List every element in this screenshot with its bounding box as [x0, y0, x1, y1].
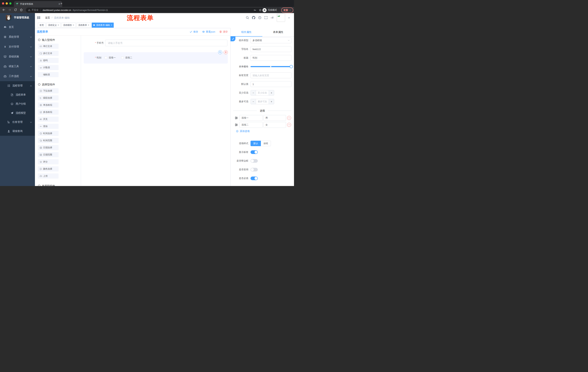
min-select-stepper[interactable]: − 至少应选 +: [251, 90, 274, 96]
save-button[interactable]: 保存: [189, 30, 198, 33]
font-size-icon[interactable]: TT: [271, 16, 274, 19]
new-tab-button[interactable]: +: [60, 2, 63, 6]
option2-value-input[interactable]: [263, 122, 286, 128]
password-key-icon[interactable]: [254, 9, 256, 11]
palette-item-password[interactable]: 密码: [38, 58, 59, 63]
sidebar-item-infra[interactable]: 基础设施: [0, 52, 35, 62]
phone-field-input[interactable]: [105, 40, 227, 46]
grid-slider[interactable]: [251, 66, 292, 67]
palette-item-multi-text[interactable]: 多行文本: [38, 51, 59, 56]
option1-label-input[interactable]: [239, 115, 263, 121]
fullscreen-icon[interactable]: [264, 16, 268, 19]
tag-close-icon[interactable]: ×: [88, 24, 89, 26]
max-select-stepper[interactable]: − 最多可选 +: [251, 99, 274, 104]
breadcrumb-home[interactable]: 首页: [45, 16, 50, 20]
palette-item-date[interactable]: 日期选择: [38, 145, 59, 150]
show-label-toggle[interactable]: [251, 150, 258, 154]
option2-label-input[interactable]: [239, 122, 263, 128]
sidebar-item-workflow[interactable]: 工作流程: [0, 71, 35, 81]
component-type-value[interactable]: [251, 37, 292, 43]
palette-item-slider[interactable]: 滑块: [38, 124, 59, 129]
style-button-button[interactable]: 按钮: [261, 141, 271, 146]
view-json-button[interactable]: 查看json: [202, 30, 215, 33]
slider-handle[interactable]: [290, 65, 293, 68]
sidebar-fold-icon[interactable]: [37, 16, 41, 20]
palette-item-time[interactable]: 时间选择: [38, 131, 59, 136]
style-default-button[interactable]: 默认: [251, 141, 261, 146]
stepper-plus-icon[interactable]: +: [269, 90, 274, 95]
chrome-menu-dots-icon[interactable]: [289, 9, 291, 11]
tag-close-icon[interactable]: ×: [73, 24, 74, 26]
tag-close-icon[interactable]: ×: [111, 24, 112, 26]
avatar[interactable]: [277, 13, 285, 22]
option1-value-input[interactable]: [263, 115, 286, 121]
disabled-toggle[interactable]: [251, 168, 258, 171]
remove-option-button[interactable]: [287, 123, 291, 127]
palette-item-color[interactable]: 颜色选择: [38, 166, 59, 171]
required-toggle[interactable]: [251, 177, 258, 180]
tab-component-props[interactable]: 组件属性: [231, 28, 262, 36]
back-icon[interactable]: [2, 8, 5, 11]
drag-handle-icon[interactable]: [235, 116, 238, 120]
zoom-window-button[interactable]: [9, 2, 11, 5]
sidebar-item-payment[interactable]: ¥ 支付管理: [0, 42, 35, 52]
sidebar-item-leave-query[interactable]: 请假查询: [0, 127, 35, 136]
label-width-input[interactable]: [251, 73, 292, 78]
bookmark-star-icon[interactable]: [259, 9, 262, 11]
tag-process-model[interactable]: 流程模型×: [62, 22, 76, 28]
tab-form-props[interactable]: 表单属性: [262, 28, 294, 36]
chrome-update-button[interactable]: 更新: [281, 8, 293, 13]
field-name-input[interactable]: [251, 46, 292, 52]
selected-component-block[interactable]: 性别 选项一 选项二: [84, 52, 228, 64]
component-type-select[interactable]: [251, 37, 292, 43]
stepper-minus-icon[interactable]: −: [251, 99, 256, 104]
tag-home[interactable]: 首页: [38, 22, 45, 28]
sidebar-item-system[interactable]: 系统管理: [0, 32, 35, 42]
border-toggle[interactable]: [251, 159, 258, 163]
palette-item-editor[interactable]: 编辑器: [38, 72, 59, 77]
palette-item-select[interactable]: 下拉选择: [38, 88, 59, 93]
sidebar-item-user-group[interactable]: 用户分组: [0, 99, 35, 108]
clear-button[interactable]: 清空: [219, 30, 228, 33]
address-bar[interactable]: 不安全 dashboard.yudao.iocoder.cn/bpm/manag…: [26, 8, 264, 12]
reload-icon[interactable]: [14, 8, 17, 11]
palette-item-switch[interactable]: 开关: [38, 117, 59, 122]
default-value-input[interactable]: [251, 81, 292, 87]
tag-process-form[interactable]: 流程表单×: [77, 22, 91, 28]
add-option-button[interactable]: 添加选项: [236, 130, 292, 133]
delete-component-button[interactable]: [224, 50, 228, 54]
palette-item-upload[interactable]: 上传: [38, 173, 59, 179]
avatar-caret-icon[interactable]: [288, 17, 290, 19]
sidebar-item-home[interactable]: 首页: [0, 22, 35, 32]
palette-item-time-range[interactable]: 时间范围: [38, 138, 59, 143]
palette-item-radio-group[interactable]: 单选框组: [38, 102, 59, 107]
github-icon[interactable]: [252, 16, 255, 19]
sidebar-item-task-mgmt[interactable]: 任务管理: [0, 117, 35, 127]
checkbox-box[interactable]: [121, 56, 124, 59]
remove-option-button[interactable]: [287, 116, 291, 120]
help-icon[interactable]: ?: [258, 16, 262, 19]
minimize-window-button[interactable]: [6, 2, 8, 5]
tag-close-icon[interactable]: ×: [58, 24, 59, 26]
close-window-button[interactable]: [2, 2, 4, 5]
palette-item-single-text[interactable]: 单行文本: [38, 44, 59, 49]
browser-tab[interactable]: 芋道管理系统 ✕: [14, 1, 62, 7]
app-logo[interactable]: 芋道管理系统: [0, 13, 35, 22]
stepper-placeholder[interactable]: 最多可选: [256, 99, 269, 104]
drag-handle-icon[interactable]: [235, 123, 238, 127]
gender-checkbox-option2[interactable]: 选项二: [121, 56, 132, 59]
sidebar-item-devtools[interactable]: 研发工具: [0, 62, 35, 71]
palette-item-rate[interactable]: 评分: [38, 159, 59, 164]
palette-item-checkbox-group[interactable]: 多选框组: [38, 110, 59, 115]
search-icon[interactable]: [246, 16, 249, 19]
copy-component-button[interactable]: [218, 50, 222, 54]
palette-item-cascader[interactable]: 级联选择: [38, 95, 59, 100]
sidebar-item-process-form[interactable]: 流程表单: [0, 90, 35, 99]
tab-close-icon[interactable]: ✕: [58, 2, 60, 5]
stepper-placeholder[interactable]: 至少应选: [256, 90, 269, 95]
palette-item-date-range[interactable]: 日期范围: [38, 152, 59, 157]
title-input[interactable]: [251, 55, 292, 61]
stepper-minus-icon[interactable]: −: [251, 90, 256, 95]
sidebar-item-process-mgmt[interactable]: 流程管理: [0, 81, 35, 90]
stepper-plus-icon[interactable]: +: [269, 99, 274, 104]
